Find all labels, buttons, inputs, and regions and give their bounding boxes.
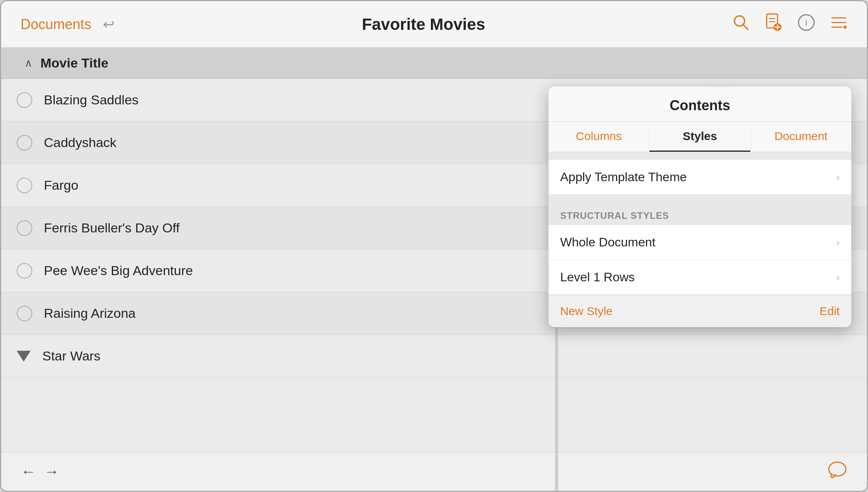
toolbar-forward-icon[interactable]: → bbox=[44, 463, 59, 480]
row-radio-1[interactable] bbox=[17, 92, 32, 108]
row-label-4: Ferris Bueller's Day Off bbox=[44, 220, 180, 236]
popover-arrow bbox=[709, 87, 731, 87]
popover-tabs: Columns Styles Document bbox=[549, 122, 851, 152]
svg-point-13 bbox=[844, 26, 847, 29]
contents-popover: Contents Columns Styles Document bbox=[549, 87, 851, 327]
column-title: Movie Title bbox=[40, 55, 108, 71]
search-icon[interactable] bbox=[733, 14, 750, 35]
popover-actions: New Style Edit bbox=[549, 295, 851, 327]
row-label-6: Raising Arizona bbox=[44, 306, 135, 321]
menu-icon[interactable] bbox=[830, 15, 847, 34]
whole-document-chevron: › bbox=[836, 236, 840, 249]
row-radio-3[interactable] bbox=[17, 178, 32, 193]
tab-columns[interactable]: Columns bbox=[549, 122, 649, 152]
spacer-top bbox=[549, 152, 851, 160]
apply-template-theme-button[interactable]: Apply Template Theme › bbox=[549, 160, 851, 195]
row-radio-4[interactable] bbox=[17, 220, 32, 236]
structural-styles-header: STRUCTURAL STYLES bbox=[549, 203, 851, 225]
main-content: ∧ Movie Title Blazing Saddles Caddyshack… bbox=[1, 48, 867, 491]
app-container: Documents ↩ Favorite Movies bbox=[0, 0, 868, 492]
row-label-7: Star Wars bbox=[42, 348, 101, 364]
spacer-middle bbox=[549, 195, 851, 203]
edit-button[interactable]: Edit bbox=[819, 305, 840, 318]
back-button[interactable]: ↩ bbox=[103, 16, 115, 33]
svg-point-14 bbox=[829, 462, 846, 476]
row-label-1: Blazing Saddles bbox=[44, 92, 139, 107]
tab-styles[interactable]: Styles bbox=[649, 122, 750, 152]
popover-title: Contents bbox=[549, 97, 851, 121]
table-header: ∧ Movie Title bbox=[1, 48, 867, 79]
section-header-text: STRUCTURAL STYLES bbox=[560, 210, 669, 221]
new-style-button[interactable]: New Style bbox=[560, 305, 613, 318]
insert-icon[interactable] bbox=[765, 13, 782, 35]
svg-line-1 bbox=[743, 25, 748, 29]
row-label-5: Pee Wee's Big Adventure bbox=[44, 263, 193, 278]
nav-icons: i bbox=[733, 13, 847, 35]
collapse-icon[interactable]: ∧ bbox=[24, 57, 33, 69]
info-icon[interactable]: i bbox=[798, 14, 815, 35]
toolbar-back-icon[interactable]: ← bbox=[21, 463, 36, 480]
popover-header: Contents bbox=[549, 87, 851, 122]
tab-document[interactable]: Document bbox=[751, 122, 851, 152]
bottom-toolbar: ← → bbox=[1, 452, 867, 491]
apply-template-label: Apply Template Theme bbox=[560, 170, 687, 184]
popover-content: Apply Template Theme › STRUCTURAL STYLES… bbox=[549, 152, 851, 295]
apply-template-chevron: › bbox=[836, 171, 840, 184]
expand-triangle-icon bbox=[17, 351, 31, 362]
row-label-2: Caddyshack bbox=[44, 135, 116, 150]
level-1-rows-label: Level 1 Rows bbox=[560, 270, 635, 284]
whole-document-button[interactable]: Whole Document › bbox=[549, 225, 851, 260]
toolbar-nav: ← → bbox=[21, 463, 59, 480]
row-label-3: Fargo bbox=[44, 178, 78, 193]
documents-button[interactable]: Documents bbox=[21, 16, 91, 33]
level-1-rows-button[interactable]: Level 1 Rows › bbox=[549, 260, 851, 295]
whole-document-label: Whole Document bbox=[560, 235, 655, 249]
chat-icon[interactable] bbox=[827, 461, 847, 483]
page-title: Favorite Movies bbox=[115, 15, 733, 34]
svg-text:i: i bbox=[805, 17, 807, 28]
nav-bar: Documents ↩ Favorite Movies bbox=[1, 1, 867, 48]
table-row[interactable]: Star Wars bbox=[1, 335, 867, 378]
row-radio-2[interactable] bbox=[17, 135, 32, 151]
row-radio-6[interactable] bbox=[17, 306, 32, 321]
row-radio-5[interactable] bbox=[17, 263, 32, 279]
level-1-rows-chevron: › bbox=[836, 271, 840, 284]
